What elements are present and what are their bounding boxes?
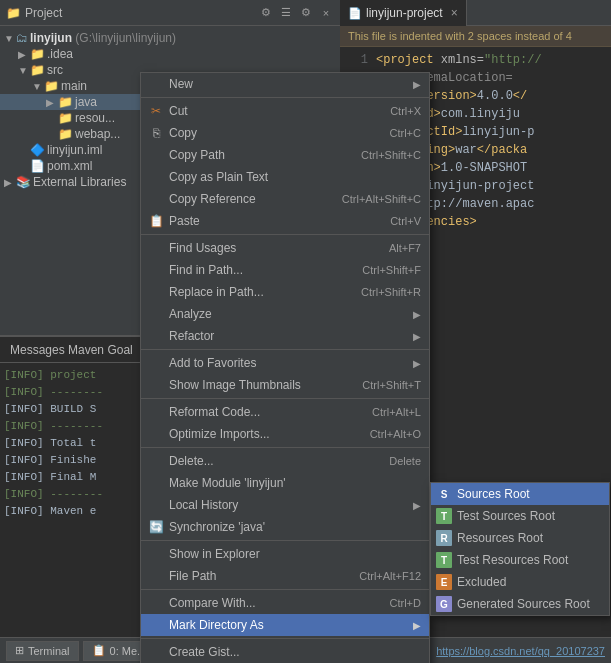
menu-item-optimize[interactable]: Optimize Imports... Ctrl+Alt+O (141, 423, 429, 445)
menu-item-file-path[interactable]: File Path Ctrl+Alt+F12 (141, 565, 429, 587)
menu-item-copy-plain[interactable]: Copy as Plain Text (141, 166, 429, 188)
panel-toolbar: ⚙ ☰ ⚙ × (258, 5, 334, 21)
tree-label: linyijun (G:\linyijun\linyijun) (30, 31, 176, 45)
menu-item-copy[interactable]: ⎘ Copy Ctrl+C (141, 122, 429, 144)
project-root-icon: 🗂 (16, 31, 28, 45)
divider-7 (141, 589, 429, 590)
expand-arrow: ▼ (32, 81, 42, 92)
divider-8 (141, 638, 429, 639)
submenu-item-generated-sources-root[interactable]: G Generated Sources Root (431, 593, 609, 615)
folder-icon: 📁 (44, 79, 59, 93)
menu-item-replace-path[interactable]: Replace in Path... Ctrl+Shift+R (141, 281, 429, 303)
submenu-item-excluded[interactable]: E Excluded (431, 571, 609, 593)
copy-icon: ⎘ (147, 126, 165, 140)
settings-icon[interactable]: ⚙ (258, 5, 274, 21)
terminal-tab[interactable]: ⊞ Terminal (6, 641, 79, 661)
panel-title-area: 📁 Project (6, 6, 62, 20)
menu-item-show-thumbnails[interactable]: Show Image Thumbnails Ctrl+Shift+T (141, 374, 429, 396)
libs-icon: 📚 (16, 175, 31, 189)
submenu-item-resources-root[interactable]: R Resources Root (431, 527, 609, 549)
tree-label: java (75, 95, 97, 109)
tab-label: linyijun-project (366, 6, 443, 20)
messages-tab-label: Messages Maven Goal (10, 343, 133, 357)
editor-tab-linyijun[interactable]: 📄 linyijun-project × (340, 0, 467, 26)
tree-label: External Libraries (33, 175, 126, 189)
divider-3 (141, 349, 429, 350)
menu-item-show-explorer[interactable]: Show in Explorer (141, 543, 429, 565)
sources-root-icon: S (436, 486, 452, 502)
submenu-item-test-sources-root[interactable]: T Test Sources Root (431, 505, 609, 527)
menu-item-local-history[interactable]: Local History ▶ (141, 494, 429, 516)
menu-item-find-path[interactable]: Find in Path... Ctrl+Shift+F (141, 259, 429, 281)
menu-item-find-usages[interactable]: Find Usages Alt+F7 (141, 237, 429, 259)
menu-item-delete[interactable]: Delete... Delete (141, 450, 429, 472)
cut-icon: ✂ (147, 104, 165, 118)
editor-notice: This file is indented with 2 spaces inst… (340, 26, 611, 47)
tree-label: webap... (75, 127, 120, 141)
menu-item-cut[interactable]: ✂ Cut Ctrl+X (141, 100, 429, 122)
menu-item-copy-ref[interactable]: Copy Reference Ctrl+Alt+Shift+C (141, 188, 429, 210)
folder-icon: 📁 (30, 63, 45, 77)
test-resources-root-icon: T (436, 552, 452, 568)
paste-icon: 📋 (147, 214, 165, 228)
menu-item-add-favorites[interactable]: Add to Favorites ▶ (141, 352, 429, 374)
tree-label: linyijun.iml (47, 143, 102, 157)
tree-label: src (47, 63, 63, 77)
submenu-label: Test Sources Root (457, 509, 555, 523)
editor-tabs: 📄 linyijun-project × (340, 0, 611, 26)
project-icon: 📁 (6, 6, 21, 20)
divider-6 (141, 540, 429, 541)
menu-item-make-module[interactable]: Make Module 'linyijun' (141, 472, 429, 494)
panel-title: Project (25, 6, 62, 20)
url-text: https://blog.csdn.net/qq_20107237 (436, 645, 605, 657)
java-folder-icon: 📁 (58, 95, 73, 109)
submenu-item-sources-root[interactable]: S Sources Root (431, 483, 609, 505)
divider-2 (141, 234, 429, 235)
submenu-arrow: ▶ (413, 358, 421, 369)
xml-file-icon: 📄 (348, 7, 362, 20)
submenu-arrow: ▶ (413, 309, 421, 320)
submenu-arrow: ▶ (413, 331, 421, 342)
menu-item-compare[interactable]: Compare With... Ctrl+D (141, 592, 429, 614)
generated-sources-root-icon: G (436, 596, 452, 612)
panel-header: 📁 Project ⚙ ☰ ⚙ × (0, 0, 340, 26)
tree-label: resou... (75, 111, 115, 125)
submenu-label: Test Resources Root (457, 553, 568, 567)
tree-item-idea[interactable]: ▶ 📁 .idea (0, 46, 340, 62)
tree-label: main (61, 79, 87, 93)
menu-item-mark-dir[interactable]: Mark Directory As ▶ (141, 614, 429, 636)
submenu-item-test-resources-root[interactable]: T Test Resources Root (431, 549, 609, 571)
code-line-1: 1 <project xmlns="http:// (348, 51, 603, 69)
menu-item-analyze[interactable]: Analyze ▶ (141, 303, 429, 325)
submenu-label: Resources Root (457, 531, 543, 545)
submenu-arrow: ▶ (413, 79, 421, 90)
folder-icon: 📁 (58, 127, 73, 141)
tree-label: .idea (47, 47, 73, 61)
sync-icon: 🔄 (147, 520, 165, 534)
submenu-label: Sources Root (457, 487, 530, 501)
filter-icon[interactable]: ☰ (278, 5, 294, 21)
resources-root-icon: R (436, 530, 452, 546)
xml-icon: 📄 (30, 159, 45, 173)
menu-item-paste[interactable]: 📋 Paste Ctrl+V (141, 210, 429, 232)
tab-close-icon[interactable]: × (451, 6, 458, 20)
test-sources-root-icon: T (436, 508, 452, 524)
menu-item-copy-path[interactable]: Copy Path Ctrl+Shift+C (141, 144, 429, 166)
menu-item-reformat[interactable]: Reformat Code... Ctrl+Alt+L (141, 401, 429, 423)
menu-item-synchronize[interactable]: 🔄 Synchronize 'java' (141, 516, 429, 538)
messages-tab-main[interactable]: Messages Maven Goal (0, 337, 144, 362)
divider-5 (141, 447, 429, 448)
tree-item-linyijun[interactable]: ▼ 🗂 linyijun (G:\linyijun\linyijun) (0, 30, 340, 46)
expand-arrow: ▶ (4, 177, 14, 188)
tree-label: pom.xml (47, 159, 92, 173)
mark-directory-submenu: S Sources Root T Test Sources Root R Res… (430, 482, 610, 616)
menu-item-refactor[interactable]: Refactor ▶ (141, 325, 429, 347)
submenu-label: Excluded (457, 575, 506, 589)
submenu-label: Generated Sources Root (457, 597, 590, 611)
menu-item-new[interactable]: New ▶ (141, 73, 429, 95)
close-icon[interactable]: × (318, 5, 334, 21)
submenu-arrow: ▶ (413, 500, 421, 511)
menu-item-create-gist[interactable]: Create Gist... (141, 641, 429, 663)
expand-arrow: ▼ (4, 33, 14, 44)
gear-icon[interactable]: ⚙ (298, 5, 314, 21)
